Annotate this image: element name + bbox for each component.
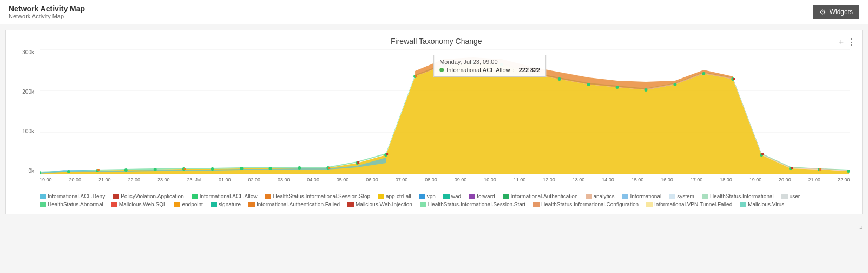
gear-icon: ⚙ [819,8,826,16]
legend-item: forward [469,193,495,199]
legend-swatch [211,202,217,207]
legend-item: HealthStatus.Informational.Session.Stop [265,193,370,199]
legend-swatch [469,194,475,199]
legend-item: signature [211,202,241,207]
bottom-bar: ⌟ [0,220,868,232]
legend-swatch [646,202,653,207]
legend-swatch [669,194,675,199]
svg-point-24 [471,61,475,64]
legend-swatch [740,202,746,207]
app-title: Network Activity Map [9,4,85,13]
chart-container: Firewall Taxonomy Change + ⋮ 300k 200k 1… [5,30,863,214]
legend-label: analytics [594,193,615,199]
legend-label: Informational.Authentication.Failed [257,202,340,207]
svg-rect-40 [444,64,446,67]
add-widget-icon[interactable]: + [839,37,844,47]
legend-item: Informational.VPN.Tunnel.Failed [646,202,732,207]
legend-swatch [111,202,117,207]
legend-label: Informational.ACL.Allow [200,193,258,199]
svg-point-32 [702,72,705,75]
legend-swatch [378,194,384,199]
more-options-icon[interactable]: ⋮ [847,37,856,47]
legend-swatch [265,194,271,199]
legend-label: Malicious.Virus [748,202,784,207]
legend-swatch [420,202,426,207]
chart-area: 300k 200k 100k 0k [40,49,850,190]
legend-swatch [586,194,592,199]
legend-swatch [443,194,450,199]
legend-swatch [503,194,509,199]
legend-swatch [533,202,540,207]
svg-point-16 [240,167,244,170]
legend-label: Informational.VPN.Tunnel.Failed [654,202,732,207]
legend-swatch [248,202,255,207]
svg-point-17 [268,167,272,170]
legend-item: analytics [586,193,615,199]
legend-label: system [677,193,694,199]
legend-item: Malicious.Web.Injection [347,202,412,207]
app-header: Network Activity Map Network Activity Ma… [0,0,868,24]
svg-point-29 [616,86,619,89]
legend-label: Informational.ACL.Deny [48,193,105,199]
legend-label: HealthStatus.Abnormal [48,202,103,207]
legend-label: HealthStatus.Informational [710,193,774,199]
chart-svg-area: Monday, Jul 23, 09:00 Informational.ACL.… [40,49,850,174]
svg-rect-41 [733,78,735,80]
legend-item: wad [443,193,461,199]
legend-label: PolicyViolation.Application [121,193,184,199]
y-label-300k: 300k [22,49,34,55]
legend-item: HealthStatus.Informational.Session.Start [420,202,525,207]
legend-label: user [790,193,800,199]
legend-item: Informational.Authentication [503,193,578,199]
legend-label: Informational [630,193,661,199]
svg-rect-39 [386,153,388,155]
legend-item: Malicious.Virus [740,202,784,207]
y-label-200k: 200k [22,89,34,95]
resize-icon[interactable]: ⌟ [859,222,863,230]
legend-item: endpoint [174,202,202,207]
header-left: Network Activity Map Network Activity Ma… [9,4,85,20]
legend-swatch [192,194,198,199]
legend-item: user [781,193,800,199]
y-axis: 300k 200k 100k 0k [12,49,37,174]
legend-label: signature [219,202,241,207]
svg-point-25 [500,63,503,66]
legend-label: Informational.Authentication [511,193,578,199]
svg-point-28 [587,83,590,86]
legend-item: Informational.ACL.Allow [192,193,258,199]
chart-title: Firewall Taxonomy Change [34,37,839,46]
legend-swatch [702,194,708,199]
legend-item: Informational.Authentication.Failed [248,202,340,207]
svg-rect-48 [531,73,533,75]
svg-marker-4 [40,63,849,174]
legend-label: endpoint [182,202,202,207]
legend-swatch [40,194,46,199]
svg-rect-42 [761,153,764,155]
legend-swatch [113,194,119,199]
legend-item: vpn [419,193,436,199]
widgets-label: Widgets [830,8,853,16]
legend-swatch [419,194,425,199]
legend-item: HealthStatus.Informational [702,193,774,199]
svg-point-37 [847,170,850,173]
svg-point-13 [154,168,157,171]
svg-rect-47 [415,75,417,77]
legend-label: HealthStatus.Informational.Session.Stop [273,193,370,199]
legend-label: forward [477,193,495,199]
svg-rect-45 [184,168,186,170]
widgets-button[interactable]: ⚙ Widgets [813,5,859,19]
legend-item: Informational [622,193,661,199]
svg-point-10 [67,170,70,173]
legend-item: app-ctrl-all [378,193,411,199]
legend-label: Malicious.Web.Injection [356,202,412,207]
svg-point-31 [673,83,676,86]
svg-rect-49 [819,168,821,171]
legend-label: HealthStatus.Informational.Session.Start [428,202,525,207]
legend-item: Informational.ACL.Deny [40,193,105,199]
svg-point-30 [645,88,648,92]
chart-actions: + ⋮ [839,37,856,47]
svg-point-9 [40,171,41,174]
legend-swatch [347,202,354,207]
svg-rect-44 [97,169,100,171]
legend-item: Malicious.Web.SQL [111,202,167,207]
